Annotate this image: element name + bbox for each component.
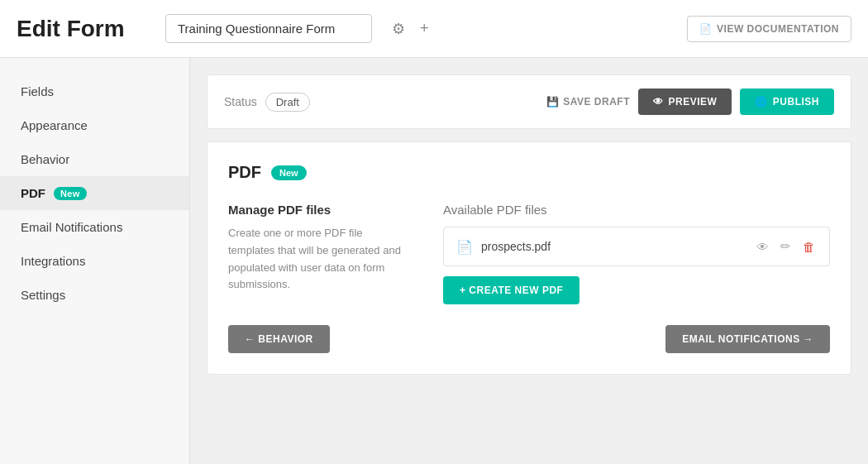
header: Edit Form ⚙ + 📄 VIEW DOCUMENTATION: [0, 0, 868, 58]
eye-icon: 👁: [653, 96, 664, 108]
nav-buttons: ← BEHAVIOR EMAIL NOTIFICATIONS →: [228, 325, 830, 353]
sidebar-item-fields[interactable]: Fields: [0, 74, 189, 108]
edit-file-button[interactable]: ✏: [779, 237, 793, 256]
plus-icon: +: [420, 20, 429, 36]
eye-icon: 👁: [756, 240, 769, 254]
delete-file-button[interactable]: 🗑: [801, 238, 817, 256]
available-section: Available PDF files 📄 prospects.pdf 👁 ✏: [443, 203, 830, 304]
sidebar-item-pdf[interactable]: PDF New: [0, 176, 189, 210]
globe-icon: 🌐: [755, 96, 768, 108]
content-area: Status Draft 💾 SAVE DRAFT 👁 PREVIEW 🌐 PU…: [190, 58, 868, 464]
file-icon: 📄: [456, 239, 473, 255]
publish-button[interactable]: 🌐 PUBLISH: [740, 88, 834, 115]
gear-icon: ⚙: [392, 21, 405, 37]
status-actions: 💾 SAVE DRAFT 👁 PREVIEW 🌐 PUBLISH: [546, 88, 834, 115]
status-bar: Status Draft 💾 SAVE DRAFT 👁 PREVIEW 🌐 PU…: [207, 74, 851, 129]
settings-icon-btn[interactable]: ⚙: [389, 17, 408, 41]
available-title: Available PDF files: [443, 203, 830, 217]
file-actions: 👁 ✏ 🗑: [755, 237, 817, 256]
edit-icon: ✏: [780, 239, 791, 253]
status-badge: Draft: [265, 93, 310, 112]
sidebar-item-behavior[interactable]: Behavior: [0, 142, 189, 176]
status-label: Status: [224, 95, 257, 108]
pdf-body: Manage PDF files Create one or more PDF …: [228, 203, 830, 304]
pdf-card: PDF New Manage PDF files Create one or m…: [207, 141, 851, 375]
pdf-new-badge: New: [54, 187, 87, 200]
back-behavior-button[interactable]: ← BEHAVIOR: [228, 325, 330, 353]
view-documentation-button[interactable]: 📄 VIEW DOCUMENTATION: [687, 16, 851, 42]
manage-section: Manage PDF files Create one or more PDF …: [228, 203, 410, 304]
save-draft-button[interactable]: 💾 SAVE DRAFT: [546, 96, 630, 108]
add-icon-btn[interactable]: +: [417, 17, 432, 41]
sidebar-item-integrations[interactable]: Integrations: [0, 244, 189, 278]
forward-email-notifications-button[interactable]: EMAIL NOTIFICATIONS →: [665, 325, 830, 353]
main-layout: Fields Appearance Behavior PDF New Email…: [0, 58, 868, 464]
page-title: Edit Form: [17, 16, 149, 42]
pdf-file-row: 📄 prospects.pdf 👁 ✏ 🗑: [443, 227, 830, 266]
create-new-pdf-button[interactable]: + CREATE NEW PDF: [443, 276, 579, 304]
view-file-button[interactable]: 👁: [755, 238, 770, 256]
docs-icon: 📄: [699, 23, 713, 35]
pdf-section-title: PDF: [228, 163, 261, 182]
save-icon: 💾: [546, 96, 560, 108]
sidebar-item-appearance[interactable]: Appearance: [0, 108, 189, 142]
sidebar-item-settings[interactable]: Settings: [0, 278, 189, 312]
sidebar-item-email-notifications[interactable]: Email Notifications: [0, 210, 189, 244]
manage-title: Manage PDF files: [228, 203, 410, 217]
form-name-input[interactable]: [165, 14, 372, 43]
sidebar: Fields Appearance Behavior PDF New Email…: [0, 58, 190, 464]
trash-icon: 🗑: [803, 240, 815, 254]
manage-description: Create one or more PDF file templates th…: [228, 225, 410, 294]
preview-button[interactable]: 👁 PREVIEW: [638, 88, 732, 115]
pdf-card-header: PDF New: [228, 163, 830, 182]
pdf-section-badge: New: [271, 165, 307, 180]
header-icons: ⚙ +: [389, 17, 432, 41]
file-name: prospects.pdf: [481, 240, 746, 253]
